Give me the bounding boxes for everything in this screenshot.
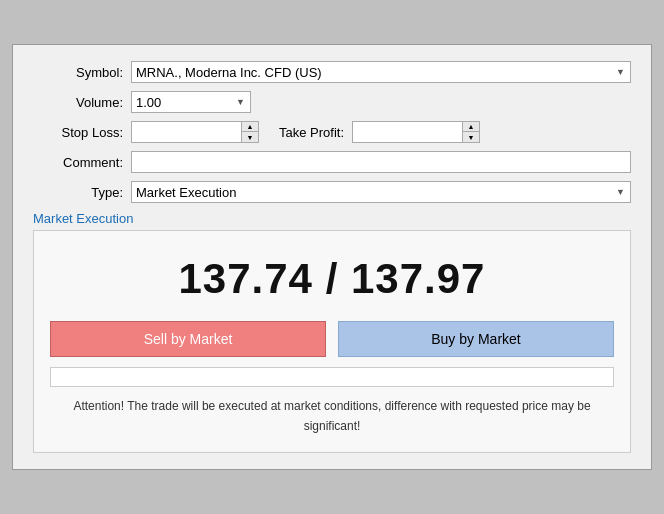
take-profit-label: Take Profit: [279, 125, 344, 140]
take-profit-spin-up[interactable]: ▲ [463, 122, 479, 132]
price-display: 137.74 / 137.97 [50, 255, 614, 303]
stop-loss-input[interactable]: 0.00 [131, 121, 241, 143]
take-profit-spin-down[interactable]: ▼ [463, 132, 479, 142]
buy-by-market-button[interactable]: Buy by Market [338, 321, 614, 357]
volume-select[interactable]: 1.00 [131, 91, 251, 113]
comment-row: Comment: [33, 151, 631, 173]
attention-text: Attention! The trade will be executed at… [50, 397, 614, 435]
stoploss-takeprofit-row: Stop Loss: 0.00 ▲ ▼ Take Profit: 0.00 ▲ … [33, 121, 631, 143]
volume-row: Volume: 1.00 [33, 91, 631, 113]
symbol-row: Symbol: MRNA., Moderna Inc. CFD (US) [33, 61, 631, 83]
type-row: Type: Market Execution [33, 181, 631, 203]
ask-price: 137.97 [351, 255, 485, 302]
type-label: Type: [33, 185, 123, 200]
progress-bar [50, 367, 614, 387]
section-label: Market Execution [33, 211, 631, 226]
take-profit-input[interactable]: 0.00 [352, 121, 462, 143]
price-separator: / [313, 255, 351, 302]
stop-loss-spin-buttons: ▲ ▼ [241, 121, 259, 143]
symbol-label: Symbol: [33, 65, 123, 80]
symbol-select[interactable]: MRNA., Moderna Inc. CFD (US) [131, 61, 631, 83]
comment-label: Comment: [33, 155, 123, 170]
sell-by-market-button[interactable]: Sell by Market [50, 321, 326, 357]
volume-select-wrapper: 1.00 [131, 91, 251, 113]
stop-loss-spinbox: 0.00 ▲ ▼ [131, 121, 259, 143]
type-select[interactable]: Market Execution [131, 181, 631, 203]
type-select-wrapper: Market Execution [131, 181, 631, 203]
take-profit-spin-buttons: ▲ ▼ [462, 121, 480, 143]
symbol-select-wrapper: MRNA., Moderna Inc. CFD (US) [131, 61, 631, 83]
stop-loss-spin-up[interactable]: ▲ [242, 122, 258, 132]
bid-price: 137.74 [179, 255, 313, 302]
stop-loss-label: Stop Loss: [33, 125, 123, 140]
stop-loss-spin-down[interactable]: ▼ [242, 132, 258, 142]
order-dialog: Symbol: MRNA., Moderna Inc. CFD (US) Vol… [12, 44, 652, 469]
take-profit-spinbox: 0.00 ▲ ▼ [352, 121, 480, 143]
market-execution-box: 137.74 / 137.97 Sell by Market Buy by Ma… [33, 230, 631, 452]
action-buttons: Sell by Market Buy by Market [50, 321, 614, 357]
comment-input[interactable] [131, 151, 631, 173]
volume-label: Volume: [33, 95, 123, 110]
